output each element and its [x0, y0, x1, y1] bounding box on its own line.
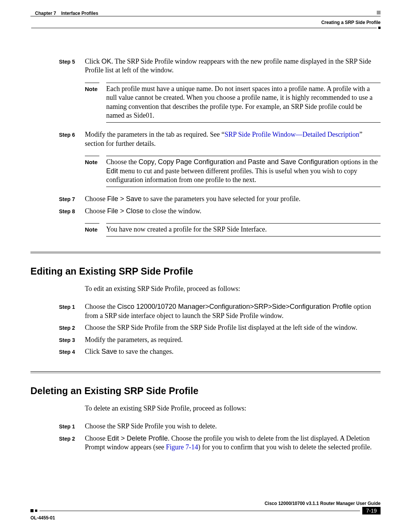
step-text: Click OK. The SRP Side Profile window re… [83, 57, 381, 75]
section-intro: To delete an existing SRP Side Profile, … [85, 404, 381, 413]
section-intro: To edit an existing SRP Side Profile, pr… [85, 284, 381, 293]
step-text: Modify the parameters, as required. [83, 335, 381, 344]
section-title: Creating a SRP Side Profile [321, 20, 381, 25]
note-block: Note You have now created a profile for … [85, 223, 381, 236]
step-row: Step 3 Modify the parameters, as require… [30, 335, 381, 344]
step-text: Choose the SRP Side Profile you wish to … [83, 422, 381, 431]
publication-title: Cisco 12000/10700 v3.1.1 Router Manager … [30, 501, 381, 506]
note-text: Choose the Copy, Copy Page Configuration… [106, 158, 381, 184]
page-body: Step 5 Click OK. The SRP Side Profile wi… [30, 57, 381, 452]
step-label: Step 1 [59, 302, 83, 320]
step-label: Step 3 [59, 335, 83, 344]
step-label: Step 4 [59, 347, 83, 356]
section-heading-deleting: Deleting an Existing SRP Side Profile [30, 385, 381, 397]
section-heading-editing: Editing an Existing SRP Side Profile [30, 265, 381, 278]
step-text: Choose the Cisco 12000/10720 Manager>Con… [83, 302, 381, 320]
step-text: Choose File > Save to save the parameter… [83, 195, 381, 203]
page-header: Chapter 7 Interface Profiles Creating a … [30, 11, 381, 27]
step-text: Click Save to save the changes. [83, 347, 381, 356]
step-text: Choose Edit > Delete Profile. Choose the… [83, 434, 381, 452]
ui-edit-delete: Edit > Delete Profile [107, 435, 168, 442]
chapter-line: Chapter 7 Interface Profiles [35, 11, 98, 16]
note-block: Note Choose the Copy, Copy Page Configur… [85, 156, 381, 187]
note-label: Note [85, 225, 106, 234]
figure-reference-link[interactable]: Figure 7-14 [166, 443, 198, 451]
note-text: You have now created a profile for the S… [106, 225, 381, 234]
step-label: Step 2 [59, 434, 83, 452]
ui-menu-path: Cisco 12000/10720 Manager>Configuration>… [117, 303, 352, 310]
page-number: 7-19 [362, 507, 381, 514]
step-text: Choose File > Close to close the window. [83, 207, 381, 216]
step-label: Step 7 [59, 195, 83, 203]
cross-reference-link[interactable]: SRP Side Profile Window—Detailed Descrip… [225, 131, 359, 138]
document-id: OL-4455-01 [30, 515, 381, 521]
note-label: Note [85, 158, 106, 184]
chapter-label: Chapter 7 [35, 11, 56, 16]
step-row: Step 2 Choose the SRP Side Profile from … [30, 323, 381, 332]
ui-file-save: File > Save [107, 195, 142, 203]
step-row: Step 4 Click Save to save the changes. [30, 347, 381, 356]
step-row: Step 5 Click OK. The SRP Side Profile wi… [30, 57, 381, 75]
step-text: Choose the SRP Side Profile from the SRP… [83, 323, 381, 332]
page-footer: Cisco 12000/10700 v3.1.1 Router Manager … [30, 501, 381, 521]
step-row: Step 8 Choose File > Close to close the … [30, 207, 381, 216]
ui-save: Save [102, 348, 117, 355]
section-divider [30, 252, 381, 254]
step-label: Step 5 [59, 57, 83, 75]
chapter-title: Interface Profiles [61, 11, 98, 16]
note-text: Each profile must have a unique name. Do… [106, 85, 381, 120]
step-label: Step 2 [59, 323, 83, 332]
ui-ok: OK [102, 58, 112, 65]
step-label: Step 6 [59, 130, 83, 148]
step-row: Step 2 Choose Edit > Delete Profile. Cho… [30, 434, 381, 452]
step-row: Step 1 Choose the SRP Side Profile you w… [30, 422, 381, 431]
note-block: Note Each profile must have a unique nam… [85, 83, 381, 123]
step-row: Step 7 Choose File > Save to save the pa… [30, 195, 381, 203]
note-label: Note [85, 85, 106, 120]
ui-file-close: File > Close [107, 207, 144, 215]
step-text: Modify the parameters in the tab as requ… [83, 130, 381, 148]
section-divider [30, 371, 381, 373]
step-row: Step 6 Modify the parameters in the tab … [30, 130, 381, 148]
step-row: Step 1 Choose the Cisco 12000/10720 Mana… [30, 302, 381, 320]
step-label: Step 8 [59, 207, 83, 216]
step-label: Step 1 [59, 422, 83, 431]
